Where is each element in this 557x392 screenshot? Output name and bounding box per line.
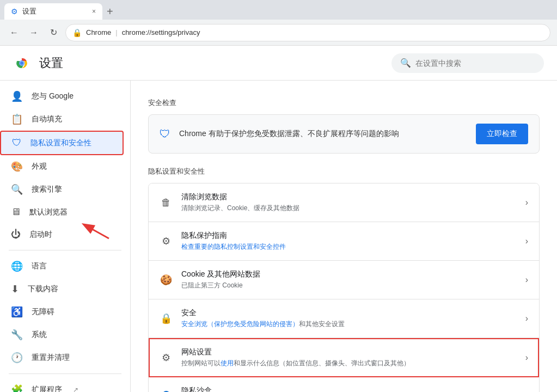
sidebar-item-startup[interactable]: ⏻ 启动时 [0,223,124,246]
privacy-sandbox-title: 隐私沙盒 [181,386,512,392]
sidebar-item-system[interactable]: 🔧 系统 [0,323,124,346]
site-settings-item[interactable]: ⚙ 网站设置 控制网站可以使用和显示什么信息（如位置信息、摄像头、弹出式窗口及其… [149,338,539,377]
privacy-guide-chevron: › [525,236,528,246]
clear-browsing-title: 清除浏览数据 [181,192,517,202]
forward-button[interactable]: → [26,25,41,40]
sidebar-item-autofill[interactable]: 📋 自动填充 [0,108,124,131]
tab-bar: ⚙ 设置 × + [0,0,557,20]
sidebar-appearance-label: 外观 [32,162,47,171]
chrome-logo-icon [13,54,30,72]
sidebar-extensions-label: 扩展程序 [32,385,62,392]
sidebar-downloads-label: 下载内容 [28,284,58,294]
clear-browsing-chevron: › [525,198,528,207]
sidebar-item-language[interactable]: 🌐 语言 [0,255,124,278]
search-box[interactable]: 🔍 [391,53,544,73]
omnibox[interactable]: 🔒 Chrome | chrome://settings/privacy [65,24,550,41]
sidebar: 👤 您与 Google 📋 自动填充 🛡 隐私设置和安全性 🎨 外观 🔍 搜索引… [0,81,131,392]
clear-browsing-item[interactable]: 🗑 清除浏览数据 清除浏览记录、Cookie、缓存及其他数据 › [149,183,539,222]
clear-browsing-subtitle: 清除浏览记录、Cookie、缓存及其他数据 [181,204,517,213]
reset-icon: 🕐 [11,352,23,364]
lock-icon: 🔒 [72,28,82,37]
sidebar-item-downloads[interactable]: ⬇ 下载内容 [0,278,124,301]
safety-text: Chrome 有助于保护您免受数据泄露、不良扩展程序等问题的影响 [179,129,399,138]
tab-title: 设置 [22,7,36,16]
privacy-guide-subtitle-link: 检查重要的隐私控制设置和安全控件 [181,243,286,250]
privacy-guide-icon: ⚙ [160,235,173,247]
browser-icon: 🖥 [11,206,21,218]
sidebar-startup-label: 启动时 [29,230,52,240]
extensions-icon: 🧩 [11,384,23,392]
back-button[interactable]: ← [7,25,22,40]
site-settings-icon: ⚙ [160,352,173,364]
autofill-icon: 📋 [11,113,23,125]
search-icon: 🔍 [400,58,411,68]
new-tab-button[interactable]: + [102,3,118,20]
settings-header: 设置 🔍 [0,46,557,81]
privacy-guide-item[interactable]: ⚙ 隐私保护指南 检查重要的隐私控制设置和安全控件 › [149,222,539,261]
tab-close-button[interactable]: × [92,8,96,15]
sidebar-language-label: 语言 [32,261,47,271]
extensions-external-icon: ↗ [73,386,78,392]
privacy-icon: 🛡 [12,137,22,149]
sidebar-item-search[interactable]: 🔍 搜索引擎 [0,178,124,201]
privacy-sandbox-text: 隐私沙盒 试用版功能已开启 [181,386,512,392]
cookies-text: Cookie 及其他网站数据 已阻止第三方 Cookie [181,270,517,290]
appearance-icon: 🎨 [11,161,23,173]
security-icon: 🔒 [160,313,173,324]
search-engine-icon: 🔍 [11,183,23,195]
nav-url-prefix: Chrome [86,28,111,36]
system-icon: 🔧 [11,329,23,341]
nav-bar: ← → ↻ 🔒 Chrome | chrome://settings/priva… [0,20,557,46]
privacy-guide-text: 隐私保护指南 检查重要的隐私控制设置和安全控件 [181,231,517,252]
sidebar-item-google[interactable]: 👤 您与 Google [0,85,124,108]
search-input[interactable] [415,59,535,68]
sidebar-privacy-label: 隐私设置和安全性 [30,138,91,148]
sidebar-item-reset[interactable]: 🕐 重置并清理 [0,346,124,369]
cookies-item[interactable]: 🍪 Cookie 及其他网站数据 已阻止第三方 Cookie › [149,261,539,299]
cookies-subtitle: 已阻止第三方 Cookie [181,281,517,290]
sidebar-item-accessibility[interactable]: ♿ 无障碍 [0,301,124,323]
safety-card-text: Chrome 有助于保护您免受数据泄露、不良扩展程序等问题的影响 [179,129,467,139]
trash-icon: 🗑 [160,197,173,209]
security-subtitle-link: 安全浏览（保护您免受危险网站的侵害） [181,320,299,328]
sidebar-browser-label: 默认浏览器 [29,207,68,217]
settings-layout: 👤 您与 Google 📋 自动填充 🛡 隐私设置和安全性 🎨 外观 🔍 搜索引… [0,81,557,392]
site-settings-title: 网站设置 [181,347,517,357]
safety-section-title: 安全检查 [148,98,540,108]
sidebar-google-label: 您与 Google [32,91,74,101]
site-settings-chevron: › [525,353,528,363]
privacy-guide-subtitle: 检查重要的隐私控制设置和安全控件 [181,242,517,252]
nav-url-sep: | [115,28,117,36]
sidebar-accessibility-label: 无障碍 [32,307,54,317]
language-icon: 🌐 [11,260,23,272]
cookies-chevron: › [525,275,528,285]
sidebar-item-appearance[interactable]: 🎨 外观 [0,155,124,178]
cookies-icon: 🍪 [160,274,173,286]
google-icon: 👤 [11,90,23,102]
tab-settings-icon: ⚙ [11,7,18,16]
refresh-button[interactable]: ↻ [46,25,61,40]
privacy-items-list: 🗑 清除浏览数据 清除浏览记录、Cookie、缓存及其他数据 › ⚙ 隐私保护指… [148,183,540,392]
nav-url: chrome://settings/privacy [122,28,200,36]
privacy-sandbox-item[interactable]: 👤 隐私沙盒 试用版功能已开启 ↗ [149,377,539,392]
main-content: 安全检查 🛡 Chrome 有助于保护您免受数据泄露、不良扩展程序等问题的影响 … [131,81,557,392]
sidebar-item-privacy[interactable]: 🛡 隐私设置和安全性 [0,131,124,155]
security-chevron: › [525,314,528,323]
active-tab[interactable]: ⚙ 设置 × [4,3,102,20]
downloads-icon: ⬇ [11,283,19,295]
security-title: 安全 [181,308,517,318]
sidebar-item-extensions[interactable]: 🧩 扩展程序 ↗ [0,378,124,392]
sidebar-item-default-browser[interactable]: 🖥 默认浏览器 [0,201,124,223]
security-subtitle: 安全浏览（保护您免受危险网站的侵害）和其他安全设置 [181,320,517,329]
accessibility-icon: ♿ [11,306,23,318]
cookies-title: Cookie 及其他网站数据 [181,270,517,279]
safety-check-card: 🛡 Chrome 有助于保护您免受数据泄露、不良扩展程序等问题的影响 立即检查 [148,114,540,154]
security-text: 安全 安全浏览（保护您免受危险网站的侵害）和其他安全设置 [181,308,517,329]
safety-check-button[interactable]: 立即检查 [476,124,528,144]
security-item[interactable]: 🔒 安全 安全浏览（保护您免受危险网站的侵害）和其他安全设置 › [149,299,539,338]
clear-browsing-text: 清除浏览数据 清除浏览记录、Cookie、缓存及其他数据 [181,192,517,213]
privacy-section-title: 隐私设置和安全性 [148,167,540,176]
sidebar-autofill-label: 自动填充 [32,114,62,124]
sidebar-reset-label: 重置并清理 [32,353,70,363]
privacy-guide-title: 隐私保护指南 [181,231,517,241]
